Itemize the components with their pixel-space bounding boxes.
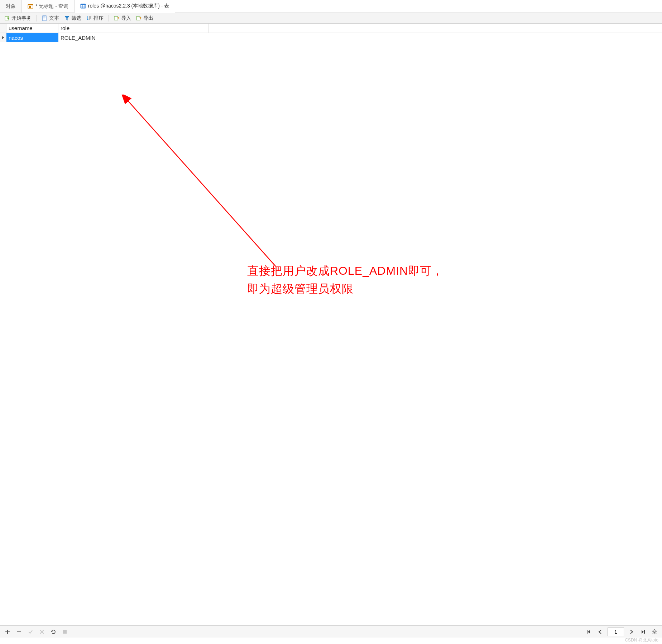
annotation-arrow (118, 95, 283, 274)
column-header-role[interactable]: role (58, 24, 209, 33)
export-button[interactable]: 导出 (134, 14, 155, 22)
svg-line-32 (653, 630, 653, 631)
last-page-button[interactable] (639, 628, 647, 636)
separator (37, 15, 37, 21)
separator (109, 15, 109, 21)
gear-icon (652, 629, 657, 635)
stop-button[interactable] (61, 628, 69, 636)
svg-line-33 (656, 633, 656, 634)
filter-label: 筛选 (71, 15, 81, 21)
import-icon (114, 15, 120, 21)
svg-line-25 (127, 100, 276, 266)
svg-rect-5 (30, 7, 31, 8)
bottom-bar (0, 625, 662, 638)
tab-query[interactable]: * 无标题 - 查询 (22, 0, 75, 13)
cell-role-value: ROLE_ADMIN (61, 35, 96, 41)
text-icon (42, 15, 48, 21)
tab-roles[interactable]: roles @nacos2.2.3 (本地数据库) - 表 (75, 0, 176, 13)
annotation-text: 直接把用户改成ROLE_ADMIN即可， 即为超级管理员权限 (247, 262, 443, 298)
column-headers: username role (0, 24, 662, 33)
import-button[interactable]: 导入 (112, 14, 133, 22)
cell-role[interactable]: ROLE_ADMIN (58, 33, 209, 42)
export-label: 导出 (143, 15, 153, 21)
cancel-button[interactable] (38, 628, 46, 636)
text-label: 文本 (49, 15, 59, 21)
next-icon (629, 629, 634, 635)
column-header-username[interactable]: username (6, 24, 58, 33)
plus-icon (5, 629, 10, 635)
refresh-icon (51, 629, 56, 635)
svg-rect-21 (114, 16, 118, 20)
delete-row-button[interactable] (15, 628, 23, 636)
begin-transaction-icon (4, 15, 10, 21)
first-icon (586, 629, 591, 635)
tab-query-label: * 无标题 - 查询 (35, 3, 68, 10)
toolbar: 开始事务 文本 筛选 排序 导入 导出 (0, 13, 662, 24)
svg-rect-3 (30, 6, 31, 7)
svg-rect-7 (81, 4, 86, 5)
svg-line-34 (653, 633, 653, 634)
query-icon (28, 4, 33, 9)
column-header-role-label: role (61, 25, 69, 31)
settings-button[interactable] (651, 628, 658, 636)
minus-icon (16, 629, 22, 635)
svg-rect-4 (29, 7, 30, 8)
column-header-username-label: username (9, 25, 33, 31)
filter-button[interactable]: 筛选 (62, 14, 83, 22)
cell-username[interactable]: nacos (6, 33, 58, 42)
tab-bar: 对象 * 无标题 - 查询 roles @nacos2.2.3 (本地数据库) … (0, 0, 662, 13)
svg-line-35 (656, 630, 656, 631)
svg-rect-23 (136, 16, 140, 20)
svg-point-27 (654, 631, 655, 632)
tab-objects[interactable]: 对象 (0, 0, 22, 13)
row-gutter-header (0, 24, 6, 33)
begin-transaction-label: 开始事务 (11, 15, 32, 21)
current-row-icon (2, 36, 5, 39)
apply-button[interactable] (27, 628, 34, 636)
import-label: 导入 (121, 15, 131, 21)
prev-icon (597, 629, 603, 635)
svg-rect-2 (29, 6, 30, 7)
filter-icon (64, 15, 70, 21)
tab-roles-label: roles @nacos2.2.3 (本地数据库) - 表 (88, 3, 169, 9)
page-input[interactable] (608, 628, 624, 636)
sort-button[interactable]: 排序 (84, 14, 106, 22)
watermark: CSDN @北风toto (625, 637, 658, 643)
annotation-line2: 即为超级管理员权限 (247, 280, 443, 298)
annotation-line1: 直接把用户改成ROLE_ADMIN即可， (247, 262, 443, 280)
tab-objects-label: 对象 (6, 3, 16, 10)
svg-rect-1 (28, 4, 33, 5)
check-icon (28, 629, 33, 635)
data-grid[interactable]: nacos ROLE_ADMIN 直接把用户改成ROLE_ADMIN即可， 即为… (0, 33, 662, 625)
export-icon (136, 15, 142, 21)
cell-username-value: nacos (9, 35, 23, 41)
x-icon (39, 629, 45, 635)
svg-rect-26 (63, 630, 67, 634)
sort-label: 排序 (93, 15, 104, 21)
row-marker (0, 33, 6, 42)
table-row[interactable]: nacos ROLE_ADMIN (0, 33, 662, 42)
svg-rect-13 (43, 16, 46, 21)
refresh-button[interactable] (49, 628, 57, 636)
last-icon (640, 629, 646, 635)
stop-icon (62, 629, 67, 634)
begin-transaction-button[interactable]: 开始事务 (2, 14, 34, 22)
add-row-button[interactable] (4, 628, 11, 636)
next-page-button[interactable] (628, 628, 635, 636)
first-page-button[interactable] (585, 628, 593, 636)
text-button[interactable]: 文本 (40, 14, 61, 22)
sort-icon (86, 15, 92, 21)
table-icon (80, 3, 86, 9)
prev-page-button[interactable] (596, 628, 604, 636)
